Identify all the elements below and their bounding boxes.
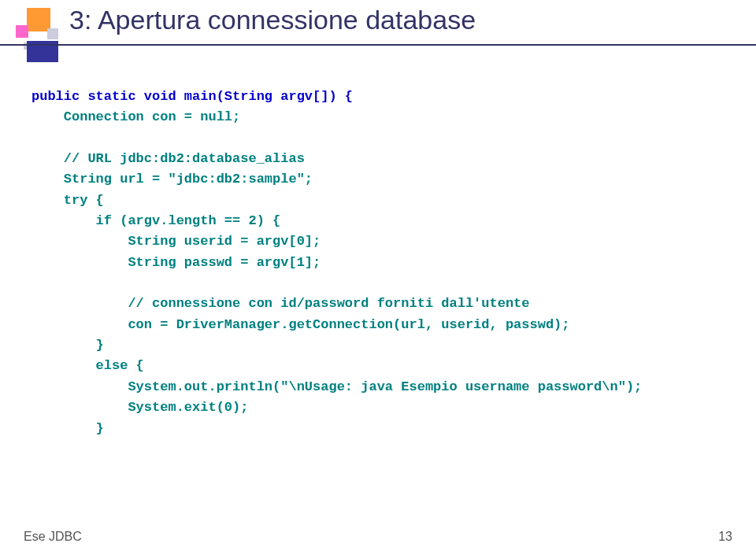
code-line: else { [32,358,144,373]
code-line: if (argv.length == 2) { [32,213,280,228]
slide-footer: Ese JDBC 13 [24,530,732,544]
page-number: 13 [718,530,732,544]
footer-left: Ese JDBC [24,530,82,544]
code-block: public static void main(String argv[]) {… [32,87,724,439]
code-line: } [32,338,104,353]
code-line: con = DriverManager.getConnection(url, u… [32,317,570,332]
code-line: // connessione con id/password forniti d… [32,296,530,311]
square-pink-icon [16,25,28,38]
code-line: } [32,421,104,436]
code-line: // URL jdbc:db2:database_alias [32,151,305,166]
code-line: try { [32,193,104,208]
code-line: String url = "jdbc:db2:sample"; [32,172,313,187]
slide-title: 3: Apertura connessione database [69,5,476,35]
code-line: Connection con = null; [32,109,240,124]
code-line: String passwd = argv[1]; [32,255,321,270]
square-gray-icon [47,28,58,39]
code-line: System.exit(0); [32,400,248,415]
code-line: System.out.println("\nUsage: java Esempi… [32,379,642,394]
code-line: String userid = argv[0]; [32,234,321,249]
slide-header: 3: Apertura connessione database [0,0,756,63]
slide: 3: Apertura connessione database public … [0,0,756,558]
title-underline [0,44,756,46]
slide-content: public static void main(String argv[]) {… [0,63,756,439]
code-line: public static void main(String argv[]) { [32,89,353,104]
